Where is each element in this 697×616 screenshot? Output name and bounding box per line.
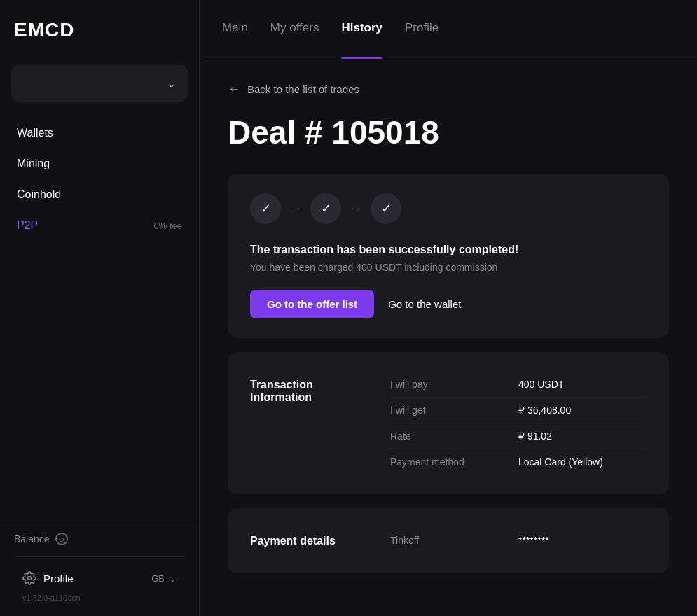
transaction-info-label: TransactionInformation <box>250 372 390 475</box>
tab-my-offers[interactable]: My offers <box>270 0 319 59</box>
step-2: ✓ <box>310 193 341 224</box>
sidebar-item-coinhold[interactable]: Coinhold <box>6 180 193 209</box>
eye-icon[interactable]: ○ <box>55 533 68 545</box>
sidebar-nav: Wallets Mining Coinhold P2P 0% fee <box>0 118 199 240</box>
payment-detail-key: Tinkoff <box>390 528 518 553</box>
payment-method-val: Local Card (Yellow) <box>518 449 647 475</box>
back-link[interactable]: ← Back to the list of trades <box>228 82 669 97</box>
back-arrow-icon: ← <box>228 82 240 97</box>
main-content: Main My offers History Profile ← Back to… <box>200 0 697 616</box>
sidebar-bottom: Balance ○ Profile GB ⌄ v1.52.0-a110aonj <box>0 521 199 616</box>
step-arrow-1: → <box>289 202 302 216</box>
payment-details-card: Payment details Tinkoff ******** <box>228 508 669 573</box>
rate-key: Rate <box>390 423 518 449</box>
profile-name: Profile <box>43 573 74 584</box>
version-label: v1.52.0-a110aonj <box>14 591 185 605</box>
gear-icon <box>22 571 36 585</box>
sidebar: EMCD ⌄ Wallets Mining Coinhold P2P 0% fe… <box>0 0 200 616</box>
status-card: ✓ → ✓ → ✓ The transaction has been succe… <box>228 174 669 338</box>
sidebar-item-p2p[interactable]: P2P 0% fee <box>6 211 193 240</box>
action-buttons: Go to the offer list Go to the wallet <box>250 290 647 318</box>
tab-history[interactable]: History <box>341 0 382 59</box>
success-title: The transaction has been successfully co… <box>250 244 647 256</box>
chevron-down-icon: ⌄ <box>166 76 177 91</box>
logo: EMCD <box>14 19 74 41</box>
svg-point-0 <box>28 577 32 580</box>
step-3: ✓ <box>371 193 401 224</box>
rate-val: ₽ 91.02 <box>518 423 647 449</box>
page-body: ← Back to the list of trades Deal # 1050… <box>200 59 697 616</box>
profile-row[interactable]: Profile GB ⌄ <box>14 566 185 591</box>
payment-detail-val: ******** <box>518 528 647 553</box>
get-key: I will get <box>390 397 518 423</box>
balance-row: Balance ○ <box>14 533 185 545</box>
success-subtitle: You have been charged 400 USDT including… <box>250 262 647 273</box>
balance-label: Balance <box>14 533 50 545</box>
pay-key: I will pay <box>390 372 518 397</box>
payment-details-label: Payment details <box>250 528 390 553</box>
top-nav: Main My offers History Profile <box>200 0 697 59</box>
sidebar-item-wallets[interactable]: Wallets <box>6 118 193 148</box>
step-arrow-2: → <box>350 202 362 216</box>
logo-area: EMCD <box>0 0 199 59</box>
pay-val: 400 USDT <box>518 372 647 397</box>
locale-label: GB <box>151 573 165 584</box>
divider <box>14 556 185 557</box>
go-to-offer-list-button[interactable]: Go to the offer list <box>250 290 374 318</box>
go-to-wallet-button[interactable]: Go to the wallet <box>388 298 461 310</box>
payment-method-key: Payment method <box>390 449 518 475</box>
tab-profile[interactable]: Profile <box>405 0 439 59</box>
steps-row: ✓ → ✓ → ✓ <box>250 193 647 224</box>
sidebar-item-mining[interactable]: Mining <box>6 149 193 178</box>
get-val: ₽ 36,408.00 <box>518 397 647 423</box>
transaction-info-card: TransactionInformation I will pay 400 US… <box>228 352 669 494</box>
deal-title: Deal # 105018 <box>228 113 669 151</box>
chevron-down-icon: ⌄ <box>169 573 177 584</box>
tab-main[interactable]: Main <box>222 0 248 59</box>
account-dropdown[interactable]: ⌄ <box>11 65 188 102</box>
step-1: ✓ <box>250 193 281 224</box>
